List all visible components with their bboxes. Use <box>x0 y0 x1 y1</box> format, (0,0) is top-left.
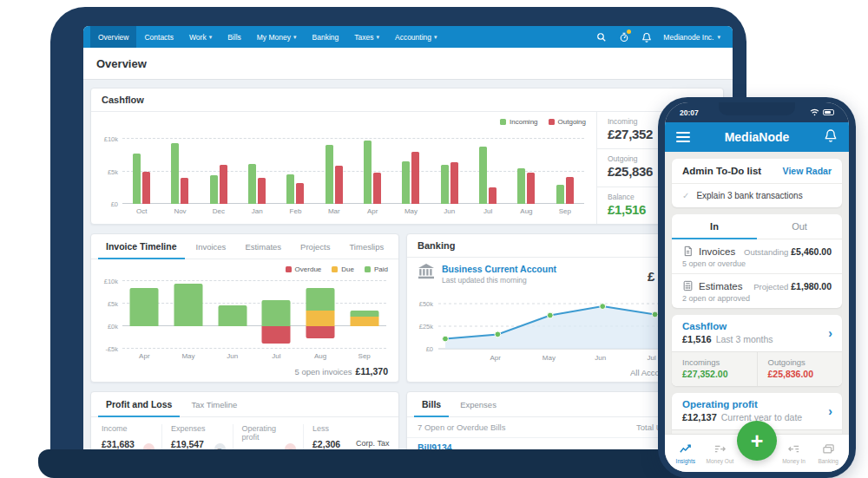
paid-segment <box>350 311 378 316</box>
screenshot-stage: OverviewContactsWork▾BillsMy Money▾Banki… <box>0 0 868 478</box>
bar-group-apr <box>353 134 391 204</box>
nav-tabs: OverviewContactsWork▾BillsMy Money▾Banki… <box>90 26 445 48</box>
incoming-bar <box>210 175 218 204</box>
money-out-icon <box>713 442 727 456</box>
laptop-screen: OverviewContactsWork▾BillsMy Money▾Banki… <box>83 26 733 455</box>
tab-work[interactable]: Work▾ <box>181 26 220 48</box>
stacked-bar-apr <box>122 281 167 349</box>
data-point <box>495 331 501 337</box>
incoming-bar <box>402 161 410 205</box>
bank-account-link[interactable]: Business Current Account <box>442 264 556 274</box>
x-tick: Oct <box>122 207 161 215</box>
pnl-tabs: Profit and LossTax Timeline <box>91 392 398 417</box>
phone-nav-banking[interactable]: Banking <box>811 442 845 464</box>
x-tick: Mar <box>315 207 353 215</box>
x-tick: Jul <box>254 352 299 360</box>
phone-nav-insights[interactable]: Insights <box>668 442 703 464</box>
incoming-bar <box>248 164 256 204</box>
company-menu[interactable]: Medianode Inc. ▾ <box>663 33 720 42</box>
due-segment <box>350 317 378 326</box>
outgoing-bar <box>527 173 535 204</box>
data-point <box>443 336 449 342</box>
x-tick: Sep <box>342 352 386 360</box>
estimates-sub: 2 open or approved <box>682 294 832 303</box>
tab-contacts[interactable]: Contacts <box>136 26 181 48</box>
y-tick: £10k <box>104 135 118 143</box>
tab-invoices[interactable]: Invoices <box>187 234 236 259</box>
money-in-icon <box>787 442 800 456</box>
tab-projects[interactable]: Projects <box>291 234 339 259</box>
estimates-row[interactable]: Estimates Projected£1,980.00 2 open or a… <box>672 273 842 308</box>
invoices-row[interactable]: Invoices Outstanding£5,460.00 5 open or … <box>672 239 842 273</box>
tab-expenses[interactable]: Expenses <box>450 392 506 416</box>
cashflow-card: Cashflow £1,516Last 3 months › Incomings… <box>672 315 842 386</box>
tab-overview[interactable]: Overview <box>90 26 136 48</box>
todo-item[interactable]: ✓ Explain 3 bank transactions <box>672 184 842 207</box>
tab-timeslips[interactable]: Timeslips <box>339 234 393 259</box>
cashflow-legend: IncomingOutgoing <box>500 118 586 126</box>
paid-segment <box>306 288 335 311</box>
tab-in[interactable]: In <box>672 214 757 239</box>
cashflow-card-head[interactable]: Cashflow £1,516Last 3 months › <box>672 315 842 351</box>
battery-icon <box>823 109 834 115</box>
bar-group-oct <box>122 134 161 204</box>
x-tick: Aug <box>507 207 545 215</box>
legend-swatch <box>332 266 338 272</box>
cashflow-chart: IncomingOutgoing £10k £5k £0 OctNovDecJa… <box>91 112 596 224</box>
todo-title: Admin To-Do list <box>682 166 761 176</box>
incoming-bar <box>479 147 487 204</box>
tab-tax-timeline[interactable]: Tax Timeline <box>181 392 247 416</box>
operating-profit-label: Operating profit <box>242 424 277 442</box>
bell-icon[interactable] <box>641 31 652 43</box>
tab-my-money[interactable]: My Money▾ <box>249 26 305 48</box>
view-radar-link[interactable]: View Radar <box>783 166 832 176</box>
operating-profit-value: £12,137 <box>682 412 717 422</box>
outgoing-bar <box>335 166 343 204</box>
y-tick: £10k <box>104 278 118 285</box>
legend-incoming: Incoming <box>500 118 537 126</box>
outgoings-cell: Outgoings £25,836.00 <box>757 352 843 386</box>
tab-banking[interactable]: Banking <box>305 26 347 48</box>
y-tick: £50k <box>419 300 433 308</box>
phone-bell-icon[interactable] <box>824 128 838 146</box>
legend-overdue: Overdue <box>286 265 322 273</box>
tab-taxes[interactable]: Taxes▾ <box>346 26 387 48</box>
operating-profit-title[interactable]: Operating profit <box>682 399 832 409</box>
timer-icon[interactable] <box>618 31 629 43</box>
phone-nav-label: Money Out <box>707 458 734 464</box>
chevron-down-icon: ▾ <box>434 34 437 41</box>
tab-invoice-timeline[interactable]: Invoice Timeline <box>96 234 187 259</box>
add-button[interactable]: + <box>737 421 777 461</box>
tab-out[interactable]: Out <box>757 214 842 239</box>
tab-bills[interactable]: Bills <box>412 392 450 416</box>
chevron-right-icon[interactable]: › <box>828 326 832 340</box>
phone-nav-money-out[interactable]: Money Out <box>703 442 738 464</box>
check-icon: ✓ <box>682 191 689 200</box>
menu-icon[interactable] <box>676 132 690 142</box>
laptop-base <box>38 449 760 478</box>
tab-estimates[interactable]: Estimates <box>235 234 291 259</box>
tab-accounting[interactable]: Accounting▾ <box>387 26 445 48</box>
invoices-sub: 5 open or overdue <box>682 259 832 268</box>
bar-group-feb <box>276 134 314 204</box>
outgoing-bar <box>489 187 496 205</box>
outgoing-bar <box>181 178 188 204</box>
x-tick: May <box>391 207 430 215</box>
outgoing-bar <box>142 172 150 204</box>
top-navbar: OverviewContactsWork▾BillsMy Money▾Banki… <box>83 26 733 48</box>
data-point <box>652 311 658 318</box>
x-tick: Aug <box>299 352 343 360</box>
tab-profit-and-loss[interactable]: Profit and Loss <box>96 392 181 416</box>
x-tick: Nov <box>161 207 199 215</box>
stacked-bar-jun <box>210 281 254 349</box>
cashflow-card-title[interactable]: Cashflow <box>682 321 832 331</box>
tab-bills[interactable]: Bills <box>220 26 249 48</box>
phone-nav-label: Money In <box>782 458 806 464</box>
estimates-label: Estimates <box>699 281 743 291</box>
phone-nav-money-in[interactable]: Money In <box>777 442 812 464</box>
chevron-right-icon[interactable]: › <box>828 404 832 418</box>
incoming-bar <box>286 174 294 204</box>
search-icon[interactable] <box>595 31 607 43</box>
y-tick: -£5k <box>105 345 118 353</box>
bar-group-aug <box>507 134 545 204</box>
